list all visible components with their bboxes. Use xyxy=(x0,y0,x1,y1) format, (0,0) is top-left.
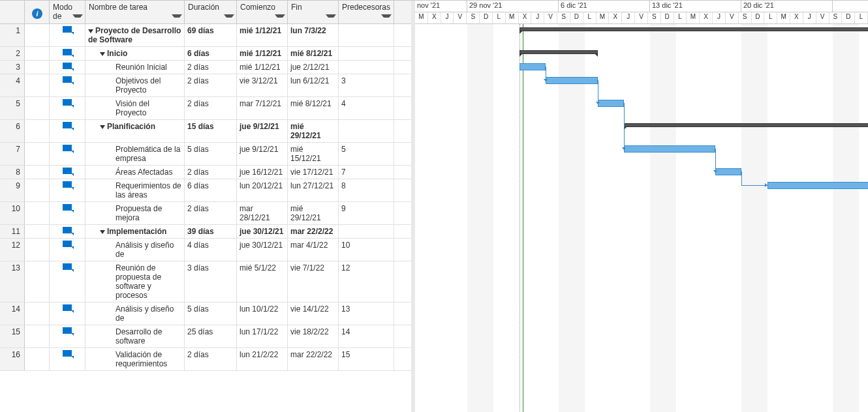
task-bar[interactable] xyxy=(767,182,868,189)
row-info[interactable] xyxy=(25,120,50,142)
pred-cell[interactable]: 8 xyxy=(339,179,394,201)
pred-cell[interactable] xyxy=(339,24,394,46)
finish-cell[interactable]: lun 6/12/21 xyxy=(288,74,339,96)
table-row[interactable]: 7Problemática de la empresa5 díasjue 9/1… xyxy=(0,143,411,166)
task-name-cell[interactable]: Inicio xyxy=(85,47,185,60)
row-mode[interactable] xyxy=(50,97,85,119)
start-cell[interactable]: jue 30/12/21 xyxy=(237,225,288,238)
collapse-icon[interactable] xyxy=(100,125,105,129)
gantt-body[interactable] xyxy=(415,24,868,412)
finish-cell[interactable]: mar 4/1/22 xyxy=(288,239,339,261)
row-mode[interactable] xyxy=(50,225,85,238)
row-mode[interactable] xyxy=(50,143,85,165)
pred-cell[interactable]: 14 xyxy=(339,325,394,347)
task-name-cell[interactable]: Desarrollo de software xyxy=(85,325,185,347)
gantt-chart[interactable]: nov '2129 nov '216 dic '2113 dic '2120 d… xyxy=(415,1,868,412)
finish-cell[interactable]: vie 17/12/21 xyxy=(288,166,339,179)
start-cell[interactable]: mié 1/12/21 xyxy=(237,47,288,60)
row-info[interactable] xyxy=(25,143,50,165)
row-mode[interactable] xyxy=(50,24,85,46)
finish-cell[interactable]: mar 22/2/22 xyxy=(288,225,339,238)
duration-cell[interactable]: 4 días xyxy=(185,239,237,261)
pred-cell[interactable]: 13 xyxy=(339,302,394,325)
start-cell[interactable]: mié 5/1/22 xyxy=(237,261,288,302)
task-name-cell[interactable]: Requerimientos de las áreas xyxy=(85,179,185,201)
duration-cell[interactable]: 2 días xyxy=(185,97,237,119)
duration-cell[interactable]: 5 días xyxy=(185,302,237,325)
duration-cell[interactable]: 6 días xyxy=(185,47,237,60)
row-info[interactable] xyxy=(25,74,50,96)
row-number[interactable]: 16 xyxy=(0,348,25,370)
duration-cell[interactable]: 15 días xyxy=(185,120,237,142)
finish-cell[interactable]: mar 22/2/22 xyxy=(288,348,339,370)
summary-bar[interactable] xyxy=(519,50,598,54)
task-name-cell[interactable]: Problemática de la empresa xyxy=(85,143,185,165)
row-number[interactable]: 10 xyxy=(0,202,25,224)
duration-cell[interactable]: 2 días xyxy=(185,61,237,74)
duration-cell[interactable]: 69 días xyxy=(185,24,237,46)
task-bar[interactable] xyxy=(715,168,741,175)
row-info[interactable] xyxy=(25,261,50,302)
pred-cell[interactable]: 4 xyxy=(339,97,394,119)
table-row[interactable]: 9Requerimientos de las áreas6 díaslun 20… xyxy=(0,179,411,202)
task-name-cell[interactable]: Implementación xyxy=(85,225,185,238)
task-name-cell[interactable]: Reunión de propuesta de software y proce… xyxy=(85,261,185,302)
task-name-cell[interactable]: Análisis y diseño de xyxy=(85,302,185,325)
finish-cell[interactable]: mié 8/12/21 xyxy=(288,97,339,119)
row-info[interactable] xyxy=(25,97,50,119)
finish-cell[interactable]: mié 8/12/21 xyxy=(288,47,339,60)
duration-cell[interactable]: 2 días xyxy=(185,166,237,179)
row-info[interactable] xyxy=(25,302,50,325)
row-number[interactable]: 9 xyxy=(0,179,25,201)
finish-cell[interactable]: lun 27/12/21 xyxy=(288,179,339,201)
pred-cell[interactable] xyxy=(339,47,394,60)
row-info[interactable] xyxy=(25,225,50,238)
pred-cell[interactable] xyxy=(339,225,394,238)
row-mode[interactable] xyxy=(50,202,85,224)
duration-cell[interactable]: 2 días xyxy=(185,348,237,370)
row-mode[interactable] xyxy=(50,47,85,60)
table-row[interactable]: 8Áreas Afectadas2 díasjue 16/12/21vie 17… xyxy=(0,166,411,179)
collapse-icon[interactable] xyxy=(100,52,105,56)
row-mode[interactable] xyxy=(50,61,85,74)
pred-cell[interactable] xyxy=(339,120,394,142)
col-name[interactable]: Nombre de tarea xyxy=(85,1,185,23)
duration-cell[interactable]: 6 días xyxy=(185,179,237,201)
row-number[interactable]: 7 xyxy=(0,143,25,165)
row-info[interactable] xyxy=(25,61,50,74)
row-info[interactable] xyxy=(25,202,50,224)
collapse-icon[interactable] xyxy=(88,29,93,33)
table-row[interactable]: 10Propuesta de mejora2 díasmar 28/12/21m… xyxy=(0,202,411,225)
pred-cell[interactable]: 5 xyxy=(339,143,394,165)
start-cell[interactable]: lun 17/1/22 xyxy=(237,325,288,347)
collapse-icon[interactable] xyxy=(100,230,105,234)
col-start[interactable]: Comienzo xyxy=(237,1,288,23)
row-number[interactable]: 12 xyxy=(0,239,25,261)
row-info[interactable] xyxy=(25,348,50,370)
duration-cell[interactable]: 39 días xyxy=(185,225,237,238)
row-number[interactable]: 8 xyxy=(0,166,25,179)
task-name-cell[interactable]: Validación de requerimientos xyxy=(85,348,185,370)
table-row[interactable]: 6Planificación15 díasjue 9/12/21mié 29/1… xyxy=(0,120,411,143)
task-name-cell[interactable]: Visión del Proyecto xyxy=(85,97,185,119)
row-mode[interactable] xyxy=(50,348,85,370)
row-mode[interactable] xyxy=(50,325,85,347)
start-cell[interactable]: jue 9/12/21 xyxy=(237,120,288,142)
dropdown-icon[interactable] xyxy=(224,14,234,22)
table-row[interactable]: 16Validación de requerimientos2 díaslun … xyxy=(0,348,411,371)
start-cell[interactable]: mar 28/12/21 xyxy=(237,202,288,224)
finish-cell[interactable]: mié 29/12/21 xyxy=(288,120,339,142)
duration-cell[interactable]: 3 días xyxy=(185,261,237,302)
finish-cell[interactable]: mié 15/12/21 xyxy=(288,143,339,165)
row-number[interactable]: 3 xyxy=(0,61,25,74)
row-number[interactable]: 11 xyxy=(0,225,25,238)
duration-cell[interactable]: 2 días xyxy=(185,74,237,96)
start-cell[interactable]: lun 21/2/22 xyxy=(237,348,288,370)
row-number[interactable]: 13 xyxy=(0,261,25,302)
start-cell[interactable]: mar 7/12/21 xyxy=(237,97,288,119)
row-number[interactable]: 4 xyxy=(0,74,25,96)
col-finish[interactable]: Fin xyxy=(288,1,339,23)
row-mode[interactable] xyxy=(50,302,85,325)
dropdown-icon[interactable] xyxy=(172,14,182,22)
table-row[interactable]: 3Reunión Inicial2 díasmié 1/12/21jue 2/1… xyxy=(0,61,411,74)
